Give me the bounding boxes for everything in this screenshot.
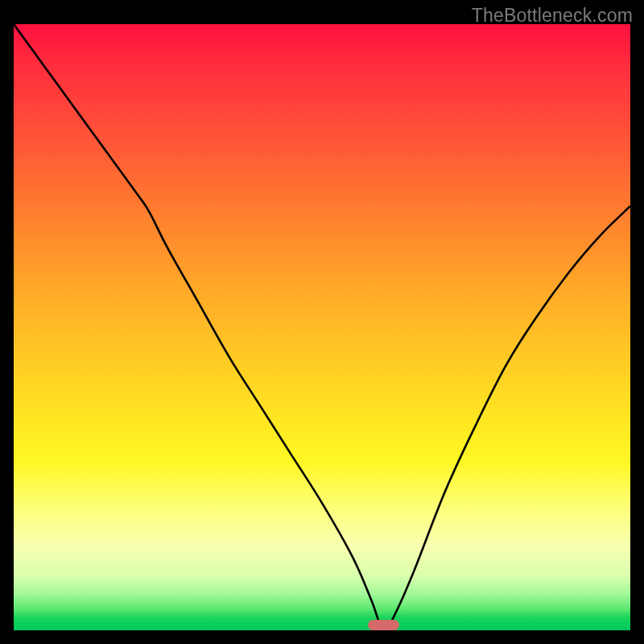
plot-area: [14, 24, 630, 630]
optimal-marker: [368, 620, 398, 630]
chart-frame: TheBottleneck.com: [0, 0, 644, 644]
watermark-text: TheBottleneck.com: [472, 5, 633, 27]
bottleneck-curve: [14, 24, 630, 630]
